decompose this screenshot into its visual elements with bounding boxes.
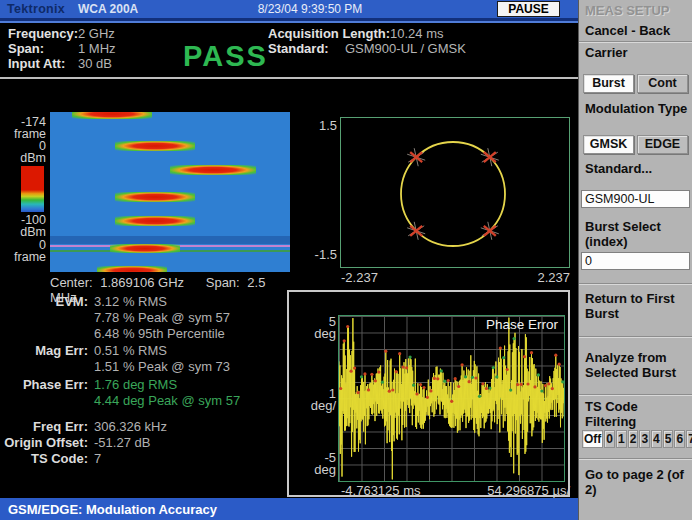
- phase-error-plot: Phase Error: [338, 315, 565, 482]
- ts-option-6[interactable]: 6: [674, 430, 685, 448]
- phase-x-min: -4.763125 ms: [341, 483, 421, 498]
- ts-option-5[interactable]: 5: [663, 430, 674, 448]
- constellation-graphic: [341, 118, 569, 267]
- header-divider: [0, 77, 578, 79]
- phase-err-rms: 1.76 deg RMS: [94, 377, 177, 392]
- pass-badge: PASS: [183, 40, 268, 73]
- amplitude-colorbar: [21, 166, 44, 212]
- span-label: Span:: [8, 41, 44, 56]
- phase-err-peak: 4.44 deg Peak @ sym 57: [94, 393, 240, 408]
- menu-separator: [579, 283, 692, 285]
- burst-select-label: Burst Select (index): [585, 219, 689, 249]
- ts-code-label: TS Code:: [0, 451, 88, 466]
- const-y-min: -1.5: [306, 247, 337, 262]
- meas-setup-menu: MEAS SETUP Cancel - Back Carrier Burst C…: [578, 0, 692, 520]
- input-att-value: 30 dB: [78, 56, 112, 71]
- menu-title: MEAS SETUP: [585, 3, 670, 18]
- burst-blob: [110, 244, 180, 253]
- burst-select-field[interactable]: 0: [581, 252, 690, 270]
- phase-plot-title: Phase Error: [486, 317, 558, 332]
- burst-blob: [115, 192, 195, 202]
- mag-err-label: Mag Err:: [0, 343, 88, 358]
- status-text: GSM/EDGE: Modulation Accuracy: [8, 502, 217, 517]
- edge-toggle[interactable]: EDGE: [637, 135, 688, 154]
- phase-y-mid-unit: deg/: [302, 400, 336, 412]
- status-bar: GSM/EDGE: Modulation Accuracy: [0, 498, 578, 520]
- burst-blob: [115, 141, 195, 151]
- menu-separator: [579, 41, 692, 43]
- phase-y-min-unit: deg: [302, 464, 336, 476]
- ts-code-value: 7: [94, 451, 101, 466]
- frequency-value: 2 GHz: [78, 26, 115, 41]
- standard-button[interactable]: Standard...: [585, 161, 689, 176]
- phase-y-max-unit: deg: [302, 328, 336, 340]
- freq-err-label: Freq Err:: [0, 419, 88, 434]
- title-bar: Tektronix WCA 200A 8/23/04 9:39:50 PM: [0, 0, 578, 18]
- instrument-screen: Tektronix WCA 200A 8/23/04 9:39:50 PM PA…: [0, 0, 692, 520]
- burst-select-line2: (index): [585, 234, 628, 249]
- menu-separator: [579, 336, 692, 338]
- standard-label: Standard:: [268, 41, 329, 56]
- pause-button[interactable]: PAUSE: [497, 1, 560, 17]
- burst-blob: [170, 165, 256, 175]
- sg-span-label: Span:: [206, 275, 240, 290]
- phase-x-max: 54.296875 µs/: [470, 483, 570, 498]
- ts-option-3[interactable]: 3: [639, 430, 650, 448]
- menu-separator: [579, 458, 692, 460]
- ts-option-2[interactable]: 2: [628, 430, 639, 448]
- dbm-bottom-unit: dBm: [0, 226, 46, 238]
- burst-toggle[interactable]: Burst: [583, 74, 634, 93]
- standard-value-field[interactable]: GSM900-UL: [581, 190, 690, 208]
- span-value: 1 MHz: [78, 41, 116, 56]
- burst-select-line1: Burst Select: [585, 219, 661, 234]
- freq-err-value: 306.326 kHz: [94, 419, 167, 434]
- ts-option-off[interactable]: Off: [582, 430, 603, 448]
- origin-offset-label: Origin Offset:: [0, 435, 88, 450]
- const-x-max: 2.237: [520, 270, 570, 285]
- acq-length-label: Acquisition Length:: [268, 26, 390, 41]
- ts-option-4[interactable]: 4: [651, 430, 662, 448]
- spectrogram-dark-band: [50, 236, 290, 244]
- evm-label: EVM:: [0, 294, 88, 309]
- titlebar-highlight-strip: [0, 21, 578, 23]
- gmsk-toggle[interactable]: GMSK: [583, 135, 634, 154]
- spectrogram-display: [50, 112, 290, 272]
- analyze-from-selected-button[interactable]: Analyze from Selected Burst: [585, 350, 689, 380]
- frame-bottom-unit: frame: [0, 251, 46, 263]
- menu-separator: [579, 394, 692, 396]
- ts-option-7[interactable]: 7: [686, 430, 692, 448]
- carrier-label: Carrier: [585, 45, 689, 60]
- acq-length-value: 10.24 ms: [390, 26, 443, 41]
- return-first-burst-button[interactable]: Return to First Burst: [585, 291, 689, 321]
- input-att-label: Input Att:: [8, 56, 65, 71]
- frequency-label: Frequency:: [8, 26, 78, 41]
- burst-blob: [97, 266, 167, 272]
- ts-code-filter-options: Off01234567: [582, 429, 692, 448]
- evm-percentile: 6.48 % 95th Percentile: [94, 326, 225, 341]
- constellation-plot: [340, 117, 570, 268]
- center-label: Center:: [50, 275, 93, 290]
- center-value: 1.869106 GHz: [100, 275, 184, 290]
- ts-code-filtering-label: TS Code Filtering: [585, 399, 689, 429]
- evm-rms: 3.12 % RMS: [94, 294, 167, 309]
- model-label: WCA 200A: [78, 2, 138, 16]
- origin-offset-value: -51.27 dB: [94, 435, 150, 450]
- ts-option-0[interactable]: 0: [604, 430, 615, 448]
- phase-trace-graphic: [339, 316, 564, 481]
- const-y-max: 1.5: [306, 118, 337, 133]
- ts-option-1[interactable]: 1: [616, 430, 627, 448]
- burst-blob: [115, 216, 195, 226]
- phase-err-label: Phase Err:: [0, 377, 88, 392]
- goto-page-button[interactable]: Go to page 2 (of 2): [585, 467, 689, 497]
- mag-err-peak: 1.51 % Peak @ sym 73: [94, 359, 230, 374]
- datetime-label: 8/23/04 9:39:50 PM: [200, 2, 420, 16]
- const-x-min: -2.237: [341, 270, 378, 285]
- cancel-back-button[interactable]: Cancel - Back: [585, 23, 689, 38]
- cont-toggle[interactable]: Cont: [637, 74, 688, 93]
- mag-err-rms: 0.51 % RMS: [94, 343, 167, 358]
- burst-blob: [72, 112, 152, 119]
- dbm-top-unit: dBm: [0, 152, 46, 164]
- brand-logo: Tektronix: [7, 2, 65, 16]
- evm-peak: 7.78 % Peak @ sym 57: [94, 310, 230, 325]
- standard-value: GSM900-UL / GMSK: [345, 41, 466, 56]
